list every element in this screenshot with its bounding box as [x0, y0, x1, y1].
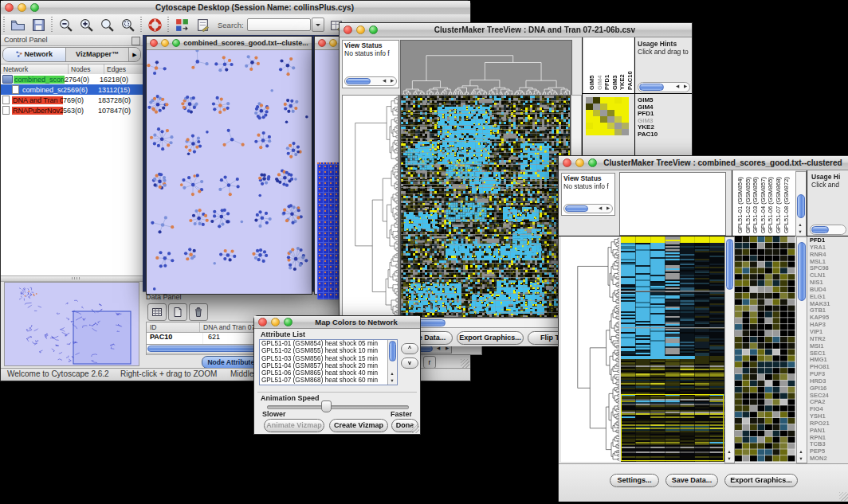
attribute-list-item[interactable]: GPL51-01 (GSM854) heat shock 05 min: [260, 340, 388, 347]
help-icon[interactable]: [145, 16, 164, 33]
save-data-button[interactable]: Save Data...: [665, 474, 718, 487]
zoom-vscrollbar[interactable]: [796, 236, 807, 463]
scroll-down-icon[interactable]: [797, 455, 805, 463]
scroll-up-icon[interactable]: [388, 370, 396, 377]
zoom-selected-icon[interactable]: [118, 16, 137, 33]
attribute-list-scrollbar[interactable]: [387, 340, 397, 385]
attribute-list-item[interactable]: GPL51-03 (GSM856) heat shock 15 min: [260, 355, 388, 362]
close-icon[interactable]: [150, 39, 158, 47]
column-dendrogram[interactable]: [400, 40, 572, 96]
tab-vizmapper[interactable]: VizMapper™: [65, 48, 128, 61]
column-dendrogram-area[interactable]: [619, 172, 726, 236]
column-header-network[interactable]: Network: [1, 64, 69, 74]
scroll-left-icon[interactable]: [380, 77, 388, 84]
minimize-icon[interactable]: [271, 318, 280, 326]
scroll-down-icon[interactable]: [725, 455, 733, 463]
network-list-row[interactable]: RNAPuberNov2+563(0)107847(0): [1, 105, 143, 115]
zoom-window-icon[interactable]: [30, 3, 39, 12]
row-dendrogram[interactable]: [561, 236, 619, 462]
search-dropdown-icon[interactable]: [312, 18, 324, 32]
move-down-button[interactable]: v: [401, 357, 418, 369]
heatmap-main[interactable]: [621, 236, 724, 462]
attribute-list-item[interactable]: GPL51-04 (GSM857) heat shock 20 min: [260, 362, 388, 369]
float-panel-icon[interactable]: [132, 37, 140, 45]
network-overview-panel[interactable]: [4, 282, 139, 366]
minimize-icon[interactable]: [329, 39, 337, 47]
heatmap-zoom-view[interactable]: [735, 236, 795, 462]
view-status-scrollbar[interactable]: [563, 204, 613, 213]
zoom-fit-icon[interactable]: [97, 16, 116, 33]
close-icon[interactable]: [318, 39, 326, 47]
scrollbar-thumb[interactable]: [639, 84, 664, 91]
open-file-icon[interactable]: [8, 16, 27, 33]
create-vizmap-button[interactable]: Create Vizmap: [329, 419, 388, 432]
resize-grip[interactable]: [839, 492, 848, 501]
close-icon[interactable]: [5, 3, 14, 12]
scroll-down-icon[interactable]: [796, 229, 804, 236]
scrollbar-thumb[interactable]: [797, 194, 805, 218]
close-icon[interactable]: [344, 25, 352, 34]
scrollbar-thumb[interactable]: [565, 205, 588, 212]
export-graphics-button[interactable]: Export Graphics...: [724, 474, 798, 487]
attribute-list-item[interactable]: GPL51-07 (GSM868) heat shock 60 min: [260, 377, 388, 384]
treeview-dna-titlebar[interactable]: ClusterMaker TreeView : DNA and Tran 07-…: [340, 23, 692, 37]
usage-hints-scrollbar[interactable]: [810, 225, 846, 235]
usage-hints-scrollbar[interactable]: [638, 82, 690, 92]
correlation-matrix[interactable]: [586, 97, 629, 135]
network-list-row[interactable]: combined_sco2569(6)13112(15): [1, 84, 143, 95]
minimize-icon[interactable]: [161, 39, 169, 47]
scrollbar-thumb[interactable]: [389, 341, 396, 361]
scroll-up-icon[interactable]: [796, 221, 804, 229]
dialog-titlebar[interactable]: Map Colors to Network: [254, 316, 420, 329]
column-header-id[interactable]: ID: [147, 322, 200, 332]
new-attribute-icon[interactable]: [168, 303, 187, 321]
delete-attribute-icon[interactable]: [189, 303, 208, 321]
scrollbar-thumb[interactable]: [811, 226, 829, 233]
attribute-list-item[interactable]: GPL51-02 (GSM855) heat shock 10 min: [260, 347, 388, 354]
resize-grip[interactable]: [410, 424, 419, 433]
scroll-right-icon[interactable]: [604, 205, 612, 212]
annotation-icon[interactable]: [193, 16, 212, 33]
resize-grip[interactable]: [461, 359, 469, 368]
gene-label[interactable]: PAC10: [638, 131, 658, 139]
scroll-right-icon[interactable]: [681, 83, 689, 90]
close-icon[interactable]: [563, 158, 571, 167]
scrollbar-thumb[interactable]: [726, 239, 733, 290]
labels-vscrollbar[interactable]: [795, 171, 807, 236]
network-canvas[interactable]: [147, 50, 310, 293]
zoom-window-icon[interactable]: [172, 39, 180, 47]
close-icon[interactable]: [258, 318, 267, 326]
treeview-combined-titlebar[interactable]: ClusterMaker TreeView : combined_scores_…: [559, 156, 848, 170]
move-up-button[interactable]: ^: [401, 343, 418, 354]
scroll-up-icon[interactable]: [725, 448, 733, 455]
scrollbar-thumb[interactable]: [346, 78, 371, 84]
minimize-icon[interactable]: [356, 25, 365, 34]
minimize-icon[interactable]: [575, 158, 584, 167]
zoom-window-icon[interactable]: [588, 158, 597, 167]
search-input[interactable]: [247, 18, 311, 31]
heatmap-main[interactable]: [400, 95, 571, 318]
tab-overflow-arrow[interactable]: ▶: [128, 48, 140, 61]
network-overview-canvas[interactable]: [5, 283, 139, 365]
select-attributes-icon[interactable]: [147, 303, 167, 321]
settings-button[interactable]: Settings...: [610, 474, 659, 487]
zoom-in-icon[interactable]: [77, 16, 96, 33]
zoom-window-icon[interactable]: [284, 318, 292, 326]
network-list-row[interactable]: combined_scores2764(0)16218(0): [1, 74, 143, 84]
network-list-row[interactable]: DNA and Tran 07769(0)183728(0): [1, 95, 143, 105]
row-dendrogram[interactable]: [342, 95, 400, 318]
scroll-up-icon[interactable]: [797, 448, 805, 455]
vizmapper-icon[interactable]: [172, 16, 191, 33]
gene-label[interactable]: MON2: [810, 455, 848, 463]
scroll-right-icon[interactable]: [388, 77, 396, 84]
zoom-window-icon[interactable]: [369, 25, 378, 34]
scroll-left-icon[interactable]: [673, 83, 681, 90]
column-header-nodes[interactable]: Nodes: [69, 64, 104, 74]
slider-thumb[interactable]: [321, 400, 332, 412]
scroll-left-icon[interactable]: [596, 205, 604, 212]
panel-splitter[interactable]: [1, 275, 143, 282]
attribute-listbox[interactable]: GPL51-01 (GSM854) heat shock 05 minGPL51…: [259, 339, 398, 385]
heatmap-vscrollbar[interactable]: [724, 236, 735, 463]
zoom-out-icon[interactable]: [56, 16, 75, 33]
column-header-edges[interactable]: Edges: [104, 64, 143, 74]
